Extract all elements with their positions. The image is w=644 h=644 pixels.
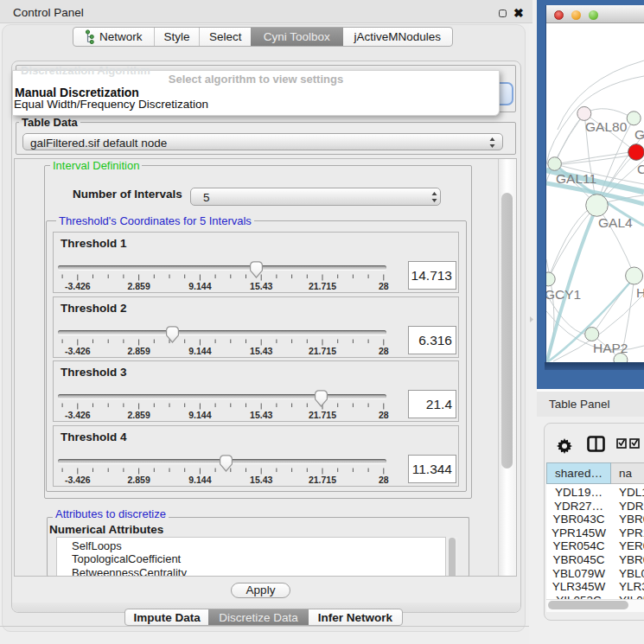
- svg-text:H: H: [636, 285, 644, 300]
- svg-text:GAL11: GAL11: [556, 171, 596, 186]
- svg-text:C: C: [637, 162, 644, 176]
- svg-text:GCY1: GCY1: [546, 287, 581, 302]
- svg-text:HAP2: HAP2: [593, 341, 628, 355]
- svg-text:GAL4: GAL4: [598, 215, 633, 230]
- svg-text:GA: GA: [634, 127, 644, 142]
- svg-text:GAL80: GAL80: [585, 119, 628, 134]
